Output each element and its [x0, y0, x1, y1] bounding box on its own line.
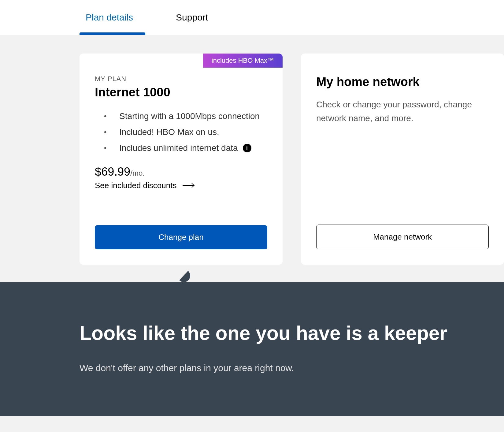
network-card: My home network Check or change your pas…	[301, 54, 504, 265]
plan-feature-text: Includes unlimited internet data	[119, 143, 238, 153]
cards-section: includes HBO Max™ MY PLAN Internet 1000 …	[0, 35, 504, 283]
bottom-text: We don't offer any other plans in your a…	[80, 363, 504, 373]
info-icon[interactable]: i	[243, 144, 251, 152]
network-description: Check or change your password, change ne…	[316, 98, 489, 125]
plan-features: Starting with a 1000Mbps connection Incl…	[95, 108, 267, 156]
hbo-badge: includes HBO Max™	[203, 54, 283, 68]
plan-feature: Includes unlimited internet data i	[104, 140, 267, 156]
price-amount: $69.99	[95, 165, 130, 178]
discounts-link[interactable]: See included discounts	[95, 181, 267, 190]
arrow-pointer-icon	[177, 269, 202, 282]
bottom-heading: Looks like the one you have is a keeper	[80, 322, 504, 344]
tab-support[interactable]: Support	[170, 0, 220, 35]
price-row: $69.99/mo.	[95, 165, 267, 178]
discounts-link-text: See included discounts	[95, 181, 176, 190]
tab-plan-details[interactable]: Plan details	[80, 0, 145, 35]
plan-feature-text: Included! HBO Max on us.	[119, 127, 219, 137]
plan-label: MY PLAN	[95, 75, 267, 83]
plan-title: Internet 1000	[95, 85, 267, 99]
price-suffix: /mo.	[130, 169, 145, 177]
plan-card: includes HBO Max™ MY PLAN Internet 1000 …	[80, 54, 283, 265]
arrow-right-icon	[183, 181, 195, 190]
plan-feature-text: Starting with a 1000Mbps connection	[119, 111, 260, 121]
plan-feature: Starting with a 1000Mbps connection	[104, 108, 267, 124]
manage-network-button[interactable]: Manage network	[316, 225, 489, 249]
bottom-section: Looks like the one you have is a keeper …	[0, 282, 504, 416]
network-title: My home network	[316, 75, 489, 89]
plan-feature: Included! HBO Max on us.	[104, 124, 267, 140]
change-plan-button[interactable]: Change plan	[95, 225, 267, 249]
tabs-nav: Plan details Support	[0, 0, 504, 35]
